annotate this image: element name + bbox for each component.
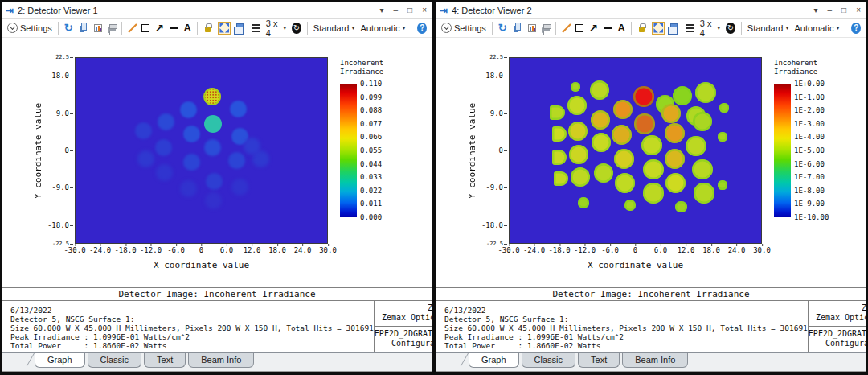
automatic-dropdown[interactable]: Automatic ▾ [795,23,840,33]
tab-graph[interactable]: Graph [469,353,519,368]
colorbar-tick-label: 1E-7.00 [794,173,825,181]
line-tool-icon[interactable] [562,23,570,33]
standard-dropdown[interactable]: Standard ▾ [313,23,355,33]
grid-size-label: 3 x 4 [266,19,280,38]
standard-dropdown[interactable]: Standard ▾ [747,23,789,33]
layers-icon[interactable] [686,24,694,32]
cascade-windows-icon[interactable] [670,23,678,30]
minimize-button[interactable]: – [828,3,833,18]
detector-heatmap[interactable] [509,57,762,244]
arrow-tool-icon[interactable]: ↗ [155,22,164,34]
copy-icon[interactable] [515,23,522,31]
horizontal-line-tool-icon[interactable] [604,27,612,29]
rectangle-tool-icon[interactable] [141,24,149,32]
window-title: 4: Detector Viewer 2 [452,6,813,15]
dropdown-caret-icon: ▾ [836,24,839,31]
help-icon[interactable]: ? [851,23,861,34]
product-version: Zemax OpticStudio 22.1.2 [816,313,866,323]
automatic-dropdown[interactable]: Automatic ▾ [361,23,406,33]
x-tick-label: -30.0 [63,246,85,254]
colorbar-tick-label: 0.088 [360,106,382,114]
y-axis-label: Y coordinate value [467,57,477,244]
text-tool-icon[interactable]: A [618,22,625,34]
detector-spot [665,149,685,169]
tab-classic[interactable]: Classic [522,353,575,368]
colorbar-tick-label: 0.044 [360,160,382,168]
refresh-button[interactable]: ↻ [498,22,507,34]
detector-info: 6/13/2022Detector 5, NSCG Surface 1:Size… [436,301,808,352]
colorbar-tick-label: 0.066 [360,133,382,141]
settings-label: Settings [20,23,52,33]
detector-spot [205,192,222,209]
arrow-tool-icon[interactable]: ↗ [589,22,598,34]
separator [411,22,411,35]
settings-button[interactable]: Settings [441,23,486,33]
refresh-button[interactable]: ↻ [64,22,73,34]
detector-heatmap[interactable] [75,57,328,244]
grid-size-dropdown[interactable]: 3 x 4 ▾ [266,19,287,38]
save-graphic-icon[interactable] [528,24,535,32]
fit-to-window-button[interactable] [218,22,231,35]
automatic-label: Automatic [795,23,834,33]
y-tick-label: 0 [499,146,503,155]
detector-spot [633,86,653,106]
y-tick-label: 22.5 [489,54,503,60]
tab-classic[interactable]: Classic [88,353,141,368]
title-bar[interactable]: ⇥ 2: Detector Viewer 1 ▾ – □ × [2,2,432,19]
y-tick-label: 9.0 [490,109,503,117]
tab-text[interactable]: Text [578,353,620,368]
layers-icon[interactable] [252,24,260,32]
invert-colors-icon[interactable]: ↻ [292,23,301,34]
detector-spot [686,136,706,156]
close-button[interactable]: × [422,3,427,18]
invert-colors-icon[interactable]: ↻ [726,23,735,34]
window-menu-button[interactable]: ▾ [814,3,818,18]
print-icon[interactable] [108,27,116,33]
print-icon[interactable] [542,27,550,33]
detector-spot [135,122,152,139]
horizontal-line-tool-icon[interactable] [170,27,178,29]
tab-text[interactable]: Text [144,353,186,368]
detector-spot [675,201,687,213]
branding-cell: Zemax Zemax OpticStudio 22.1.2 [375,301,432,327]
colorbar-tick-label: 0.099 [360,93,382,101]
detector-spot [204,139,221,156]
detector-info: 6/13/2022Detector 5, NSCG Surface 1:Size… [2,301,374,352]
lock-icon[interactable] [639,27,645,32]
grid-size-dropdown[interactable]: 3 x 4 ▾ [700,19,721,38]
line-tool-icon[interactable] [128,23,136,33]
tab-bar: Graph Classic Text Beam Info [436,352,866,371]
title-bar[interactable]: ⇥ 4: Detector Viewer 2 ▾ – □ × [436,2,866,19]
cascade-windows-icon[interactable] [236,23,244,30]
detector-spot [554,171,569,187]
help-icon[interactable]: ? [417,23,427,34]
company-name: Zemax [428,303,432,313]
copy-icon[interactable] [81,23,88,31]
window-icon: ⇥ [440,3,448,18]
settings-button[interactable]: Settings [7,23,52,33]
rectangle-tool-icon[interactable] [575,24,583,32]
grid-size-label: 3 x 4 [700,19,714,38]
detector-spot [206,173,223,190]
tab-beam-info[interactable]: Beam Info [622,353,688,368]
save-graphic-icon[interactable] [94,24,101,32]
x-tick-label: 0 [199,246,203,254]
fit-to-window-button[interactable] [652,22,665,35]
close-button[interactable]: × [856,3,861,18]
detector-spot [204,115,222,133]
maximize-button[interactable]: □ [407,3,412,18]
text-tool-icon[interactable]: A [184,22,191,34]
window-menu-button[interactable]: ▾ [380,3,384,18]
tab-graph[interactable]: Graph [35,353,85,368]
minimize-button[interactable]: – [394,3,399,18]
settings-label: Settings [454,23,486,33]
detector-spot [614,149,634,169]
maximize-button[interactable]: □ [841,3,846,18]
colorbar-labels: 0.1100.0990.0880.0770.0660.0550.0440.033… [360,84,405,217]
colorbar-tick-label: 1E-10.00 [794,213,829,221]
detector-spot [665,173,686,193]
x-tick-label: -24.0 [89,246,111,254]
tab-beam-info[interactable]: Beam Info [188,353,254,368]
lock-icon[interactable] [205,27,211,32]
detector-spot [694,183,714,203]
